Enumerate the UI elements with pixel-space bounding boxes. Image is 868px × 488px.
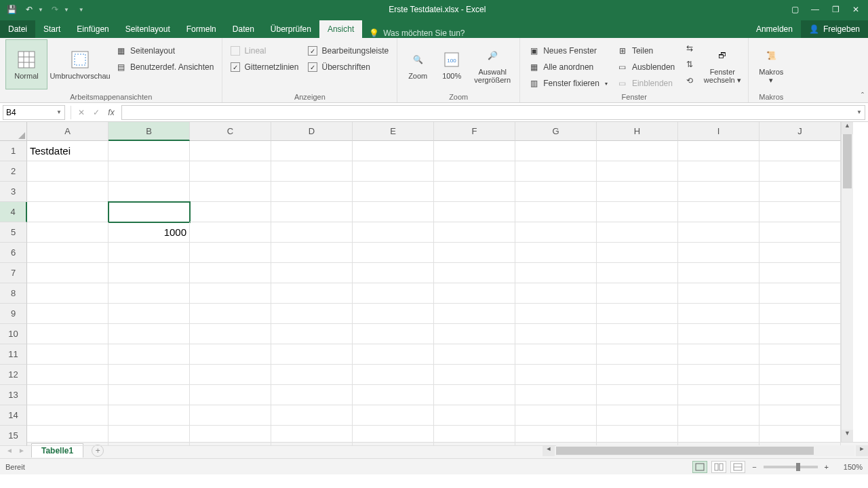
cell-D5[interactable] xyxy=(271,222,353,243)
tab-start[interactable]: Start xyxy=(35,20,68,38)
cell-D14[interactable] xyxy=(271,405,353,426)
qat-customize-icon[interactable]: ▼ xyxy=(79,7,84,13)
cell-A4[interactable] xyxy=(27,202,108,222)
ueberschriften-checkbox[interactable]: ✓Überschriften xyxy=(305,60,391,75)
cell-G14[interactable] xyxy=(515,405,597,426)
cell-F11[interactable] xyxy=(434,344,515,365)
cell-H14[interactable] xyxy=(597,405,678,426)
cell-F2[interactable] xyxy=(434,161,515,182)
col-header-A[interactable]: A xyxy=(27,122,108,141)
cell-H13[interactable] xyxy=(597,385,678,405)
cell-G9[interactable] xyxy=(515,304,597,324)
tab-daten[interactable]: Daten xyxy=(224,20,262,38)
cell-D13[interactable] xyxy=(271,385,353,405)
cell-E5[interactable] xyxy=(353,222,434,243)
cell-E11[interactable] xyxy=(353,344,434,365)
cell-I6[interactable] xyxy=(678,243,760,263)
cell-B1[interactable] xyxy=(108,141,190,161)
cell-E3[interactable] xyxy=(353,182,434,202)
cell-C4[interactable] xyxy=(190,202,271,222)
cell-I11[interactable] xyxy=(678,344,760,365)
cell-A9[interactable] xyxy=(27,304,108,324)
cell-G1[interactable] xyxy=(515,141,597,161)
fenster-wechseln-button[interactable]: 🗗 Fensterwechseln ▾ xyxy=(702,39,743,89)
cell-E1[interactable] xyxy=(353,141,434,161)
cell-F13[interactable] xyxy=(434,385,515,405)
view-normal-button[interactable] xyxy=(692,461,707,473)
scroll-down-icon[interactable]: ▼ xyxy=(842,430,853,442)
ausblenden-button[interactable]: ▭Ausblenden xyxy=(614,60,677,75)
cell-E6[interactable] xyxy=(353,243,434,263)
row-header-8[interactable]: 8 xyxy=(0,283,27,304)
name-box[interactable]: B4▼ xyxy=(3,105,65,120)
cell-I3[interactable] xyxy=(678,182,760,202)
row-header-14[interactable]: 14 xyxy=(0,405,27,426)
zoom-slider-thumb[interactable] xyxy=(796,463,800,471)
cell-J14[interactable] xyxy=(760,405,841,426)
row-header-2[interactable]: 2 xyxy=(0,161,27,182)
cell-J9[interactable] xyxy=(760,304,841,324)
cell-H12[interactable] xyxy=(597,365,678,385)
scroll-left-icon[interactable]: ◄ xyxy=(542,445,555,456)
cell-G12[interactable] xyxy=(515,365,597,385)
cell-B2[interactable] xyxy=(108,161,190,182)
cell-J13[interactable] xyxy=(760,385,841,405)
cell-G11[interactable] xyxy=(515,344,597,365)
umbruchvorschau-button[interactable]: Umbruchvorschau xyxy=(52,39,108,89)
alle-anordnen-button[interactable]: ▦Alle anordnen xyxy=(526,60,610,75)
tab-ansicht[interactable]: Ansicht xyxy=(319,20,362,38)
cell-C14[interactable] xyxy=(190,405,271,426)
fx-icon[interactable]: fx xyxy=(104,105,119,120)
sync-scroll-button[interactable]: ⇆ xyxy=(682,41,698,56)
neues-fenster-button[interactable]: ▣Neues Fenster xyxy=(526,43,610,58)
cell-B11[interactable] xyxy=(108,344,190,365)
undo-dropdown-icon[interactable]: ▼ xyxy=(38,7,43,13)
cell-B8[interactable] xyxy=(108,283,190,304)
row-header-7[interactable]: 7 xyxy=(0,263,27,283)
select-all-button[interactable] xyxy=(0,122,27,141)
seitenlayout-button[interactable]: ▦Seitenlayout xyxy=(113,43,216,58)
cell-C8[interactable] xyxy=(190,283,271,304)
cell-I12[interactable] xyxy=(678,365,760,385)
cell-B15[interactable] xyxy=(108,426,190,446)
zoom-out-button[interactable]: − xyxy=(749,463,759,471)
cell-F9[interactable] xyxy=(434,304,515,324)
cell-C1[interactable] xyxy=(190,141,271,161)
cell-H2[interactable] xyxy=(597,161,678,182)
benutzerdef-button[interactable]: ▤Benutzerdef. Ansichten xyxy=(113,60,216,75)
col-header-G[interactable]: G xyxy=(515,122,597,141)
cell-J1[interactable] xyxy=(760,141,841,161)
minimize-icon[interactable]: — xyxy=(806,2,825,17)
cell-C6[interactable] xyxy=(190,243,271,263)
cell-B12[interactable] xyxy=(108,365,190,385)
cell-F1[interactable] xyxy=(434,141,515,161)
cell-I1[interactable] xyxy=(678,141,760,161)
col-header-E[interactable]: E xyxy=(353,122,434,141)
cell-E12[interactable] xyxy=(353,365,434,385)
normal-button[interactable]: Normal xyxy=(5,39,47,89)
cell-H8[interactable] xyxy=(597,283,678,304)
col-header-B[interactable]: B xyxy=(108,122,190,141)
row-header-11[interactable]: 11 xyxy=(0,344,27,365)
row-header-10[interactable]: 10 xyxy=(0,324,27,344)
cell-F14[interactable] xyxy=(434,405,515,426)
maximize-icon[interactable]: ❐ xyxy=(826,2,845,17)
col-header-J[interactable]: J xyxy=(760,122,841,141)
row-header-5[interactable]: 5 xyxy=(0,222,27,243)
cell-C3[interactable] xyxy=(190,182,271,202)
cell-H3[interactable] xyxy=(597,182,678,202)
add-sheet-button[interactable]: + xyxy=(92,445,104,457)
cell-D6[interactable] xyxy=(271,243,353,263)
reset-pos-button[interactable]: ⟲ xyxy=(682,73,698,88)
anmelden-button[interactable]: Anmelden xyxy=(748,20,801,38)
cell-H10[interactable] xyxy=(597,324,678,344)
cell-H1[interactable] xyxy=(597,141,678,161)
sheet-nav-next-icon[interactable]: ► xyxy=(16,445,27,456)
row-header-3[interactable]: 3 xyxy=(0,182,27,202)
row-header-12[interactable]: 12 xyxy=(0,365,27,385)
cell-J6[interactable] xyxy=(760,243,841,263)
cell-F10[interactable] xyxy=(434,324,515,344)
hscroll-thumb[interactable] xyxy=(556,447,814,455)
cell-G7[interactable] xyxy=(515,263,597,283)
cell-D1[interactable] xyxy=(271,141,353,161)
